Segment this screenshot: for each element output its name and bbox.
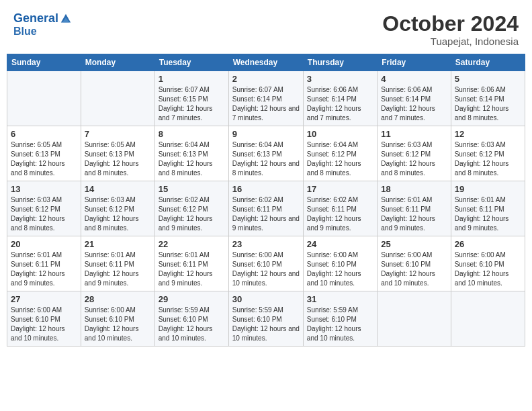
day-info: Sunrise: 6:06 AMSunset: 6:14 PMDaylight:… bbox=[381, 85, 447, 123]
calendar-cell: 5Sunrise: 6:06 AMSunset: 6:14 PMDaylight… bbox=[451, 71, 525, 126]
weekday-header-thursday: Thursday bbox=[303, 54, 377, 71]
day-info: Sunrise: 6:07 AMSunset: 6:14 PMDaylight:… bbox=[232, 85, 300, 123]
calendar-cell: 31Sunrise: 5:59 AMSunset: 6:10 PMDayligh… bbox=[303, 291, 377, 347]
calendar-cell: 18Sunrise: 6:01 AMSunset: 6:11 PMDayligh… bbox=[378, 181, 451, 236]
page-header: General Blue October 2024 Tuapejat, Indo… bbox=[7, 7, 525, 50]
week-row-1: 1Sunrise: 6:07 AMSunset: 6:15 PMDaylight… bbox=[7, 71, 525, 126]
month-title: October 2024 bbox=[382, 12, 519, 36]
day-info: Sunrise: 6:00 AMSunset: 6:10 PMDaylight:… bbox=[85, 306, 151, 343]
day-number: 20 bbox=[11, 239, 77, 249]
day-info: Sunrise: 6:00 AMSunset: 6:10 PMDaylight:… bbox=[307, 250, 373, 288]
weekday-header-saturday: Saturday bbox=[451, 54, 525, 71]
calendar-cell: 25Sunrise: 6:00 AMSunset: 6:10 PMDayligh… bbox=[378, 236, 451, 291]
calendar-cell bbox=[451, 291, 525, 347]
day-info: Sunrise: 6:00 AMSunset: 6:10 PMDaylight:… bbox=[11, 306, 77, 343]
day-number: 13 bbox=[11, 184, 77, 194]
day-number: 3 bbox=[307, 74, 373, 84]
day-info: Sunrise: 6:07 AMSunset: 6:15 PMDaylight:… bbox=[159, 85, 225, 123]
day-info: Sunrise: 6:03 AMSunset: 6:12 PMDaylight:… bbox=[85, 195, 151, 233]
calendar-table: SundayMondayTuesdayWednesdayThursdayFrid… bbox=[7, 54, 525, 347]
calendar-cell: 29Sunrise: 5:59 AMSunset: 6:10 PMDayligh… bbox=[154, 291, 228, 347]
day-info: Sunrise: 6:01 AMSunset: 6:11 PMDaylight:… bbox=[381, 195, 447, 233]
day-number: 9 bbox=[232, 129, 300, 139]
calendar-cell: 17Sunrise: 6:02 AMSunset: 6:11 PMDayligh… bbox=[303, 181, 377, 236]
day-info: Sunrise: 5:59 AMSunset: 6:10 PMDaylight:… bbox=[232, 306, 300, 343]
day-number: 12 bbox=[455, 129, 521, 139]
calendar-cell: 21Sunrise: 6:01 AMSunset: 6:11 PMDayligh… bbox=[81, 236, 154, 291]
day-number: 29 bbox=[159, 294, 225, 304]
weekday-header-row: SundayMondayTuesdayWednesdayThursdayFrid… bbox=[7, 54, 525, 71]
calendar-cell bbox=[378, 291, 451, 347]
day-number: 22 bbox=[159, 239, 225, 249]
day-info: Sunrise: 6:02 AMSunset: 6:12 PMDaylight:… bbox=[159, 195, 225, 233]
calendar-cell: 9Sunrise: 6:04 AMSunset: 6:13 PMDaylight… bbox=[228, 126, 303, 181]
logo-blue: Blue bbox=[13, 26, 72, 38]
day-number: 16 bbox=[232, 184, 300, 194]
logo-icon bbox=[60, 13, 72, 25]
day-number: 18 bbox=[381, 184, 447, 194]
calendar-cell: 14Sunrise: 6:03 AMSunset: 6:12 PMDayligh… bbox=[81, 181, 154, 236]
weekday-header-monday: Monday bbox=[81, 54, 154, 71]
location: Tuapejat, Indonesia bbox=[382, 36, 519, 47]
day-number: 24 bbox=[307, 239, 373, 249]
calendar-cell: 3Sunrise: 6:06 AMSunset: 6:14 PMDaylight… bbox=[303, 71, 377, 126]
day-number: 10 bbox=[307, 129, 373, 139]
day-number: 31 bbox=[307, 294, 373, 304]
day-info: Sunrise: 5:59 AMSunset: 6:10 PMDaylight:… bbox=[159, 306, 225, 343]
day-info: Sunrise: 6:01 AMSunset: 6:11 PMDaylight:… bbox=[85, 250, 151, 288]
day-info: Sunrise: 6:05 AMSunset: 6:13 PMDaylight:… bbox=[85, 140, 151, 178]
day-number: 2 bbox=[232, 74, 300, 84]
calendar-cell: 2Sunrise: 6:07 AMSunset: 6:14 PMDaylight… bbox=[228, 71, 303, 126]
calendar-cell: 8Sunrise: 6:04 AMSunset: 6:13 PMDaylight… bbox=[154, 126, 228, 181]
calendar-cell: 24Sunrise: 6:00 AMSunset: 6:10 PMDayligh… bbox=[303, 236, 377, 291]
day-number: 8 bbox=[159, 129, 225, 139]
calendar-cell: 13Sunrise: 6:03 AMSunset: 6:12 PMDayligh… bbox=[7, 181, 81, 236]
day-info: Sunrise: 6:06 AMSunset: 6:14 PMDaylight:… bbox=[455, 85, 521, 123]
day-info: Sunrise: 6:03 AMSunset: 6:12 PMDaylight:… bbox=[11, 195, 77, 233]
day-info: Sunrise: 6:03 AMSunset: 6:12 PMDaylight:… bbox=[455, 140, 521, 178]
day-number: 6 bbox=[11, 129, 77, 139]
calendar-cell bbox=[7, 71, 81, 126]
calendar-cell: 27Sunrise: 6:00 AMSunset: 6:10 PMDayligh… bbox=[7, 291, 81, 347]
week-row-5: 27Sunrise: 6:00 AMSunset: 6:10 PMDayligh… bbox=[7, 291, 525, 347]
day-number: 17 bbox=[307, 184, 373, 194]
day-number: 25 bbox=[381, 239, 447, 249]
day-number: 15 bbox=[159, 184, 225, 194]
day-number: 19 bbox=[455, 184, 521, 194]
weekday-header-sunday: Sunday bbox=[7, 54, 81, 71]
calendar-cell: 28Sunrise: 6:00 AMSunset: 6:10 PMDayligh… bbox=[81, 291, 154, 347]
calendar-cell: 16Sunrise: 6:02 AMSunset: 6:11 PMDayligh… bbox=[228, 181, 303, 236]
day-number: 7 bbox=[85, 129, 151, 139]
day-info: Sunrise: 6:02 AMSunset: 6:11 PMDaylight:… bbox=[307, 195, 373, 233]
day-info: Sunrise: 6:04 AMSunset: 6:13 PMDaylight:… bbox=[232, 140, 300, 178]
day-number: 30 bbox=[232, 294, 300, 304]
calendar-cell: 19Sunrise: 6:01 AMSunset: 6:11 PMDayligh… bbox=[451, 181, 525, 236]
day-number: 26 bbox=[455, 239, 521, 249]
day-info: Sunrise: 6:06 AMSunset: 6:14 PMDaylight:… bbox=[307, 85, 373, 123]
calendar-cell: 30Sunrise: 5:59 AMSunset: 6:10 PMDayligh… bbox=[228, 291, 303, 347]
day-number: 5 bbox=[455, 74, 521, 84]
day-number: 21 bbox=[85, 239, 151, 249]
day-info: Sunrise: 6:04 AMSunset: 6:12 PMDaylight:… bbox=[307, 140, 373, 178]
calendar-cell: 7Sunrise: 6:05 AMSunset: 6:13 PMDaylight… bbox=[81, 126, 154, 181]
weekday-header-tuesday: Tuesday bbox=[154, 54, 228, 71]
day-info: Sunrise: 6:00 AMSunset: 6:10 PMDaylight:… bbox=[455, 250, 521, 288]
calendar-cell: 6Sunrise: 6:05 AMSunset: 6:13 PMDaylight… bbox=[7, 126, 81, 181]
calendar-cell: 20Sunrise: 6:01 AMSunset: 6:11 PMDayligh… bbox=[7, 236, 81, 291]
day-number: 27 bbox=[11, 294, 77, 304]
day-info: Sunrise: 6:00 AMSunset: 6:10 PMDaylight:… bbox=[232, 250, 300, 288]
day-info: Sunrise: 6:03 AMSunset: 6:12 PMDaylight:… bbox=[381, 140, 447, 178]
calendar-cell: 11Sunrise: 6:03 AMSunset: 6:12 PMDayligh… bbox=[378, 126, 451, 181]
calendar-cell bbox=[81, 71, 154, 126]
calendar-cell: 26Sunrise: 6:00 AMSunset: 6:10 PMDayligh… bbox=[451, 236, 525, 291]
weekday-header-friday: Friday bbox=[378, 54, 451, 71]
week-row-4: 20Sunrise: 6:01 AMSunset: 6:11 PMDayligh… bbox=[7, 236, 525, 291]
day-number: 1 bbox=[159, 74, 225, 84]
logo: General Blue bbox=[13, 12, 72, 37]
day-info: Sunrise: 6:01 AMSunset: 6:11 PMDaylight:… bbox=[159, 250, 225, 288]
day-info: Sunrise: 6:02 AMSunset: 6:11 PMDaylight:… bbox=[232, 195, 300, 233]
day-info: Sunrise: 6:04 AMSunset: 6:13 PMDaylight:… bbox=[159, 140, 225, 178]
calendar-cell: 15Sunrise: 6:02 AMSunset: 6:12 PMDayligh… bbox=[154, 181, 228, 236]
calendar-cell: 10Sunrise: 6:04 AMSunset: 6:12 PMDayligh… bbox=[303, 126, 377, 181]
day-number: 4 bbox=[381, 74, 447, 84]
